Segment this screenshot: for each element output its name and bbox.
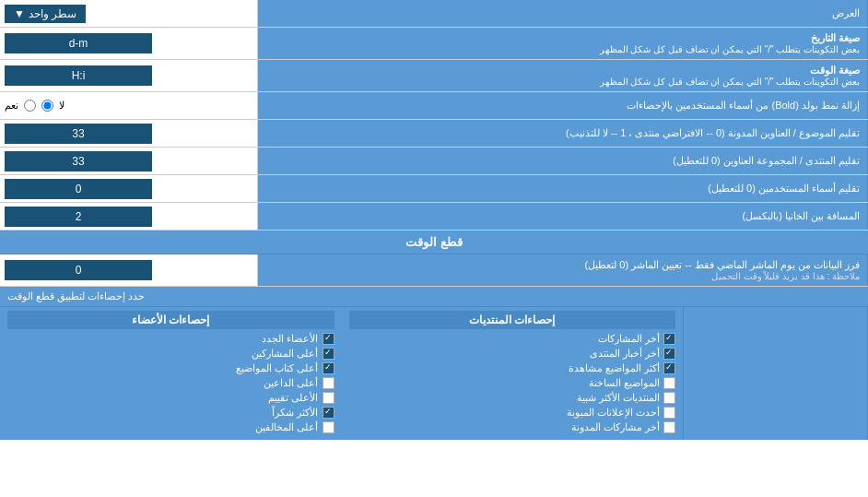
stat-label-top-topic-writers: أعلى كتاب المواضيع	[236, 362, 318, 374]
stat-label-most-thanked: الأكثر شكراً	[272, 407, 318, 419]
stat-item-top-inviters: أعلى الداعين	[7, 377, 334, 389]
input-cell-spacing	[0, 203, 258, 230]
stat-item-top-violators: أعلى المخالفين	[7, 421, 334, 433]
stat-label-classifieds: أحدث الإعلانات المبوبة	[567, 407, 660, 419]
date-format-input[interactable]	[5, 33, 152, 53]
stat-item-top-posters: أعلى المشاركين	[7, 348, 334, 360]
stat-item-classifieds: أحدث الإعلانات المبوبة	[349, 407, 676, 419]
row-bold: إزالة نمط بولد (Bold) من أسماء المستخدمي…	[0, 92, 868, 120]
label-date-sub: بعض التكوينات يتطلب "/" التي يمكن ان تضا…	[600, 44, 860, 54]
checkbox-hot-topics[interactable]	[663, 377, 675, 389]
stats-col-members: إحصاءات الأعضاء الأعضاء الجدد أعلى المشا…	[0, 307, 342, 440]
checkbox-top-rated[interactable]	[323, 392, 334, 404]
row-cutoff: فرز البيانات من يوم الماشر الماضي فقط --…	[0, 254, 868, 287]
label-time-format: صيغة الوقت بعض التكوينات يتطلب "/" التي …	[258, 60, 868, 91]
stat-label-new-members: الأعضاء الجدد	[262, 333, 318, 345]
label-trim-forum: تقليم المنتدى / المجموعة العناوين (0 للت…	[258, 148, 868, 174]
stats-col-forums: إحصاءات المنتديات أخر المشاركات أخر أخبا…	[342, 307, 685, 440]
dropdown-arrow-icon: ▼	[14, 7, 25, 20]
input-cell-bold: لا نعم	[0, 92, 258, 119]
input-cell-cutoff	[0, 254, 258, 286]
checkbox-similar-forums[interactable]	[663, 392, 675, 404]
input-cell-trim-users	[0, 175, 258, 202]
section-cutoff-header: قطع الوقت	[0, 231, 868, 254]
stats-forums-header: إحصاءات المنتديات	[349, 311, 676, 329]
row-date-format: صيغة التاريخ بعض التكوينات يتطلب "/" الت…	[0, 28, 868, 60]
radio-no[interactable]	[41, 100, 53, 112]
row-spacing: المسافة بين الخانيا (بالبكسل)	[0, 203, 868, 231]
label-date-main: صيغة التاريخ	[600, 32, 860, 44]
trim-subject-input[interactable]	[5, 124, 152, 144]
stat-label-top-inviters: أعلى الداعين	[264, 377, 318, 389]
checkbox-forum-news[interactable]	[663, 348, 675, 360]
checkbox-top-inviters[interactable]	[323, 377, 334, 389]
stat-label-top-rated: الأعلى تقييم	[268, 392, 318, 404]
checkbox-top-posters[interactable]	[323, 348, 334, 360]
label-cutoff-main: فرز البيانات من يوم الماشر الماضي فقط --…	[585, 259, 860, 271]
spacing-input[interactable]	[5, 207, 152, 227]
label-trim-users: تقليم أسماء المستخدمين (0 للتعطيل)	[258, 175, 868, 202]
stats-col-label	[684, 307, 868, 440]
stat-label-similar-forums: المنتديات الأكثر شبية	[577, 392, 660, 404]
stat-item-hot-topics: المواضيع الساخنة	[349, 377, 676, 389]
stats-members-header: إحصاءات الأعضاء	[7, 311, 334, 329]
label-cutoff: فرز البيانات من يوم الماشر الماضي فقط --…	[258, 254, 868, 286]
label-time-main: صيغة الوقت	[600, 65, 860, 77]
row-time-format: صيغة الوقت بعض التكوينات يتطلب "/" التي …	[0, 60, 868, 92]
checkbox-most-thanked[interactable]	[323, 407, 334, 419]
cutoff-input[interactable]	[5, 260, 152, 280]
radio-yes[interactable]	[24, 100, 36, 112]
input-cell-trim-forum	[0, 148, 258, 174]
stat-item-blog-posts: أخر مشاركات المدونة	[349, 421, 676, 433]
time-format-input[interactable]	[5, 65, 152, 86]
stats-limit-row: حدد إحصاءات لتطبيق قطع الوقت	[0, 287, 868, 306]
stat-item-most-thanked: الأكثر شكراً	[7, 407, 334, 419]
checkbox-top-topic-writers[interactable]	[323, 362, 334, 374]
stat-item-similar-forums: المنتديات الأكثر شبية	[349, 392, 676, 404]
stat-label-top-violators: أعلى المخالفين	[255, 421, 318, 433]
stat-label-most-viewed: أكثر المواضيع مشاهدة	[569, 362, 660, 374]
row-display: row-display العرض سطر واحد ▼	[0, 0, 868, 28]
row-trim-users: تقليم أسماء المستخدمين (0 للتعطيل)	[0, 175, 868, 203]
stats-grid: إحصاءات المنتديات أخر المشاركات أخر أخبا…	[0, 306, 868, 440]
trim-users-input[interactable]	[5, 179, 152, 199]
input-cell-display: سطر واحد ▼	[0, 0, 258, 27]
row-trim-forum: تقليم المنتدى / المجموعة العناوين (0 للت…	[0, 148, 868, 175]
checkbox-top-violators[interactable]	[323, 421, 334, 433]
checkbox-blog-posts[interactable]	[663, 421, 675, 433]
label-bold: إزالة نمط بولد (Bold) من أسماء المستخدمي…	[258, 92, 868, 119]
row-trim-subject: تقليم الموضوع / العناوين المدونة (0 -- ا…	[0, 120, 868, 148]
radio-bold-group: لا نعم	[5, 100, 65, 112]
page-wrapper: row-display العرض سطر واحد ▼ صيغة التاري…	[0, 0, 868, 440]
input-cell-date	[0, 28, 258, 59]
stat-label-blog-posts: أخر مشاركات المدونة	[571, 421, 660, 433]
stat-item-new-members: الأعضاء الجدد	[7, 333, 334, 345]
stat-item-last-posts: أخر المشاركات	[349, 333, 676, 345]
input-cell-time	[0, 60, 258, 91]
checkbox-new-members[interactable]	[323, 333, 334, 345]
label-time-sub: بعض التكوينات يتطلب "/" التي يمكن ان تضا…	[600, 77, 860, 87]
stat-item-top-rated: الأعلى تقييم	[7, 392, 334, 404]
checkbox-most-viewed[interactable]	[663, 362, 675, 374]
stat-item-most-viewed: أكثر المواضيع مشاهدة	[349, 362, 676, 374]
trim-forum-input[interactable]	[5, 151, 152, 172]
stat-label-hot-topics: المواضيع الساخنة	[589, 377, 660, 389]
checkbox-last-posts[interactable]	[663, 333, 675, 345]
label-display: row-display العرض	[258, 0, 868, 27]
stat-item-top-topic-writers: أعلى كتاب المواضيع	[7, 362, 334, 374]
display-dropdown[interactable]: سطر واحد ▼	[5, 5, 86, 23]
stat-label-last-posts: أخر المشاركات	[598, 333, 660, 345]
radio-no-label: لا	[59, 100, 65, 112]
label-cutoff-note: ملاحظة : هذا قد يزيد قليلاً وقت التحميل	[585, 271, 860, 281]
stat-item-forum-news: أخر أخبار المنتدى	[349, 348, 676, 360]
label-date-format: صيغة التاريخ بعض التكوينات يتطلب "/" الت…	[258, 28, 868, 59]
radio-yes-label: نعم	[5, 100, 18, 112]
checkbox-classifieds[interactable]	[663, 407, 675, 419]
stat-label-forum-news: أخر أخبار المنتدى	[590, 348, 660, 360]
label-spacing: المسافة بين الخانيا (بالبكسل)	[258, 203, 868, 230]
stats-limit-label: حدد إحصاءات لتطبيق قطع الوقت	[7, 290, 145, 302]
display-value: سطر واحد	[29, 7, 76, 20]
label-trim-subject: تقليم الموضوع / العناوين المدونة (0 -- ا…	[258, 120, 868, 147]
input-cell-trim-subject	[0, 120, 258, 147]
stat-label-top-posters: أعلى المشاركين	[252, 348, 318, 360]
